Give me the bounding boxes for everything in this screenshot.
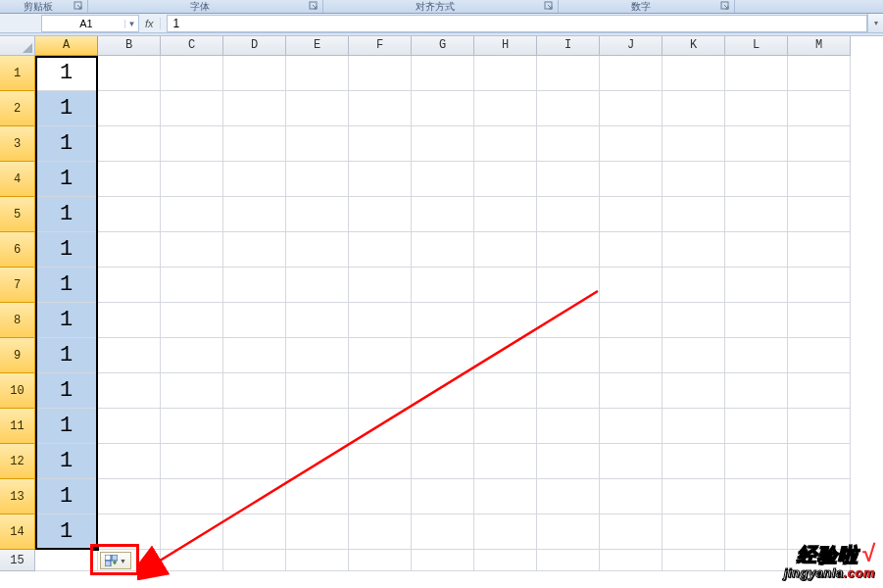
cell[interactable] xyxy=(223,56,286,91)
column-header-K[interactable]: K xyxy=(662,36,725,56)
cell[interactable] xyxy=(474,232,537,268)
cell[interactable] xyxy=(725,268,788,303)
cell[interactable] xyxy=(725,444,788,479)
cell-A13[interactable]: 1 xyxy=(35,479,98,514)
row-header[interactable]: 2 xyxy=(0,91,35,126)
cell[interactable] xyxy=(600,338,662,373)
cell[interactable] xyxy=(725,126,788,162)
cell[interactable] xyxy=(788,409,851,444)
cell[interactable] xyxy=(788,162,851,197)
cell[interactable] xyxy=(662,91,725,126)
row-header[interactable]: 13 xyxy=(0,479,35,514)
column-header-L[interactable]: L xyxy=(725,36,788,56)
dialog-launcher-icon[interactable] xyxy=(544,1,554,11)
cell[interactable] xyxy=(474,126,537,162)
column-header-F[interactable]: F xyxy=(349,36,412,56)
worksheet-grid[interactable]: A B C D E F G H I J K L M 1 2 3 4 5 6 7 … xyxy=(0,36,883,588)
cell[interactable] xyxy=(412,232,474,268)
row-header[interactable]: 12 xyxy=(0,444,35,479)
column-header-H[interactable]: H xyxy=(474,36,537,56)
cell[interactable] xyxy=(223,232,286,268)
cell[interactable] xyxy=(286,373,349,409)
cell[interactable] xyxy=(286,56,349,91)
cell[interactable] xyxy=(98,56,161,91)
cell[interactable] xyxy=(223,197,286,232)
cell[interactable] xyxy=(600,126,662,162)
cell[interactable] xyxy=(223,162,286,197)
autofill-options-button[interactable]: ▼ xyxy=(100,552,131,569)
cell[interactable] xyxy=(286,268,349,303)
cell[interactable] xyxy=(286,444,349,479)
cell[interactable] xyxy=(98,126,161,162)
column-header-J[interactable]: J xyxy=(600,36,662,56)
cell[interactable] xyxy=(412,550,474,571)
cell[interactable] xyxy=(412,126,474,162)
cell[interactable] xyxy=(662,232,725,268)
cell[interactable] xyxy=(98,303,161,338)
cell[interactable] xyxy=(662,373,725,409)
cell[interactable] xyxy=(161,91,223,126)
cell[interactable] xyxy=(98,373,161,409)
cell[interactable] xyxy=(600,91,662,126)
cell[interactable] xyxy=(349,56,412,91)
cell[interactable] xyxy=(600,444,662,479)
cell[interactable] xyxy=(662,338,725,373)
cell[interactable] xyxy=(286,126,349,162)
row-header[interactable]: 8 xyxy=(0,303,35,338)
cell[interactable] xyxy=(474,514,537,550)
cell[interactable] xyxy=(223,409,286,444)
cell[interactable] xyxy=(662,550,725,571)
cell-A1[interactable]: 1 xyxy=(35,56,98,91)
cell[interactable] xyxy=(662,479,725,514)
row-header[interactable]: 14 xyxy=(0,514,35,550)
column-header-B[interactable]: B xyxy=(98,36,161,56)
name-box[interactable]: A1 ▼ xyxy=(41,15,139,32)
cell[interactable] xyxy=(349,479,412,514)
cell[interactable] xyxy=(474,268,537,303)
cell[interactable] xyxy=(537,338,600,373)
cell[interactable] xyxy=(98,91,161,126)
column-header-A[interactable]: A xyxy=(35,36,98,56)
cell[interactable] xyxy=(662,514,725,550)
cell[interactable] xyxy=(349,162,412,197)
cell[interactable] xyxy=(286,162,349,197)
cell[interactable] xyxy=(223,514,286,550)
column-header-E[interactable]: E xyxy=(286,36,349,56)
cell[interactable] xyxy=(161,444,223,479)
cell[interactable] xyxy=(98,479,161,514)
row-header[interactable]: 6 xyxy=(0,232,35,268)
cell[interactable] xyxy=(662,56,725,91)
cell[interactable] xyxy=(600,232,662,268)
cell-A11[interactable]: 1 xyxy=(35,409,98,444)
cell[interactable] xyxy=(537,197,600,232)
cell[interactable] xyxy=(788,514,851,550)
row-header[interactable]: 15 xyxy=(0,550,35,571)
cell[interactable] xyxy=(286,197,349,232)
cell[interactable] xyxy=(349,232,412,268)
cell[interactable] xyxy=(349,373,412,409)
chevron-down-icon[interactable]: ▼ xyxy=(124,20,138,28)
cell[interactable] xyxy=(161,479,223,514)
cell[interactable] xyxy=(349,550,412,571)
cell[interactable] xyxy=(725,91,788,126)
cell[interactable] xyxy=(286,514,349,550)
cell[interactable] xyxy=(474,56,537,91)
row-header[interactable]: 7 xyxy=(0,268,35,303)
cell[interactable] xyxy=(537,162,600,197)
cell[interactable] xyxy=(725,162,788,197)
cell[interactable] xyxy=(537,514,600,550)
cell[interactable] xyxy=(98,162,161,197)
cell[interactable] xyxy=(161,162,223,197)
cell[interactable] xyxy=(161,197,223,232)
cell[interactable] xyxy=(725,56,788,91)
cell-A9[interactable]: 1 xyxy=(35,338,98,373)
cell[interactable] xyxy=(98,268,161,303)
cell[interactable] xyxy=(537,303,600,338)
cell[interactable] xyxy=(600,373,662,409)
cell[interactable] xyxy=(286,338,349,373)
cell[interactable] xyxy=(161,268,223,303)
cell[interactable] xyxy=(349,338,412,373)
cell[interactable] xyxy=(98,232,161,268)
cell[interactable] xyxy=(223,479,286,514)
cell[interactable] xyxy=(474,444,537,479)
